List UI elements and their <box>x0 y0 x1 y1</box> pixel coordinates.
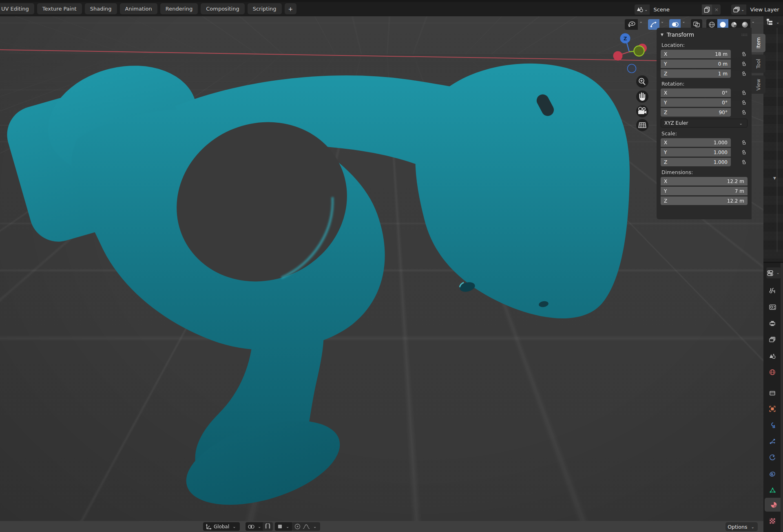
snap-toggle[interactable] <box>263 522 273 531</box>
properties-tab-object[interactable] <box>765 402 780 416</box>
zoom-button[interactable] <box>636 75 648 88</box>
svg-text:Z: Z <box>624 36 627 42</box>
sidebar-tab-item[interactable]: Item <box>752 34 765 52</box>
material-icon <box>770 501 777 508</box>
view-layer-name: View Layer <box>750 7 779 13</box>
axis-value: 0 m <box>718 61 728 67</box>
workspace-tab-compositing[interactable]: Compositing <box>201 3 245 14</box>
workspace-tab-uv-editing[interactable]: UV Editing <box>0 3 34 14</box>
chevron-down-icon: ⌄ <box>257 524 262 529</box>
rotation-mode-dropdown[interactable]: XYZ Euler ⌄ <box>661 119 748 128</box>
perspective-toggle-button[interactable] <box>636 119 648 131</box>
properties-tab-modifiers[interactable] <box>765 418 780 432</box>
properties-tab-texture[interactable] <box>765 514 780 528</box>
properties-tab-scene[interactable] <box>765 349 780 363</box>
view-layer-name-field[interactable]: View Layer <box>746 4 783 15</box>
lock-location-z-button[interactable] <box>740 71 748 77</box>
transform-panel-header[interactable]: ▼ Transform ∷∷ <box>661 30 748 39</box>
view-layer-browse-button[interactable]: ⌄ <box>731 4 746 15</box>
lock-location-y-button[interactable] <box>740 61 748 67</box>
sidebar-tab-view[interactable]: View <box>752 75 765 94</box>
view-layer-icon <box>733 7 740 13</box>
axis-label: Z <box>664 71 672 77</box>
render-icon <box>769 304 776 310</box>
dimensions-x-row: X 12.2 m <box>661 177 748 185</box>
scale-z-field[interactable]: Z 1.000 <box>661 158 731 166</box>
workspace-tab-shading[interactable]: Shading <box>85 3 117 14</box>
properties-tab-constraints[interactable] <box>765 467 780 481</box>
scale-x-field[interactable]: X 1.000 <box>661 138 731 147</box>
lock-rotation-x-button[interactable] <box>740 90 748 96</box>
new-scene-button[interactable] <box>702 4 712 15</box>
dimensions-z-field[interactable]: Z 12.2 m <box>661 196 748 205</box>
scene-browse-button[interactable]: ⌄ <box>635 4 650 15</box>
rotation-label: Rotation: <box>661 81 748 87</box>
location-x-field[interactable]: X 18 m <box>661 50 731 58</box>
location-y-field[interactable]: Y 0 m <box>661 60 731 68</box>
rotation-y-field[interactable]: Y 0° <box>661 98 731 107</box>
chevron-down-icon: ⌄ <box>285 524 290 529</box>
workspace-tabs: UV Editing Texture Paint Shading Animati… <box>0 3 296 14</box>
pivot-point-dropdown[interactable]: ⌄ <box>246 522 265 531</box>
lock-location-x-button[interactable] <box>740 51 748 57</box>
scale-x-row: X 1.000 <box>661 138 748 147</box>
axis-label: Z <box>664 110 672 115</box>
proportional-editing-toggle[interactable]: ⌄ <box>292 522 320 531</box>
lock-rotation-y-button[interactable] <box>740 100 748 106</box>
axis-value: 7 m <box>735 188 744 194</box>
options-button[interactable]: Options ⌄ <box>725 522 758 531</box>
properties-tab-object-data[interactable] <box>765 483 780 497</box>
drag-handle-icon[interactable]: ∷∷ <box>741 33 748 37</box>
properties-tab-collection[interactable] <box>765 386 780 400</box>
axis-label: Y <box>664 150 672 155</box>
lock-rotation-z-button[interactable] <box>740 110 748 115</box>
orientation-gizmo[interactable]: Z <box>613 33 647 73</box>
pan-button[interactable] <box>636 91 648 103</box>
properties-tab-view-layer[interactable] <box>765 333 780 347</box>
workspace-tab-animation[interactable]: Animation <box>120 3 157 14</box>
transform-orientation-dropdown[interactable]: Global ⌄ <box>203 522 240 531</box>
properties-tab-material[interactable] <box>765 498 783 512</box>
sidebar-tab-tool[interactable]: Tool <box>752 55 765 73</box>
scene-tab-icon <box>769 353 776 359</box>
snap-settings-dropdown[interactable]: ⌄ <box>275 522 293 531</box>
dimensions-y-row: Y 7 m <box>661 187 748 195</box>
camera-view-button[interactable] <box>636 105 648 117</box>
workspace-tab-rendering[interactable]: Rendering <box>160 3 198 14</box>
collapse-triangle-icon[interactable]: ▼ <box>661 33 664 37</box>
lock-scale-x-button[interactable] <box>740 140 748 146</box>
outliner-editor[interactable]: ⌄ ▼ <box>763 16 783 263</box>
properties-tab-render[interactable] <box>765 300 780 314</box>
location-z-field[interactable]: Z 1 m <box>661 69 731 78</box>
rotation-z-field[interactable]: Z 90° <box>661 108 731 117</box>
lock-scale-z-button[interactable] <box>740 159 748 165</box>
add-workspace-button[interactable]: + <box>285 3 297 14</box>
workspace-tab-texture-paint[interactable]: Texture Paint <box>37 3 82 14</box>
lock-scale-y-button[interactable] <box>740 150 748 155</box>
properties-tab-world[interactable] <box>765 365 780 379</box>
outliner-editor-type-button[interactable]: ⌄ <box>766 18 781 26</box>
dimensions-label: Dimensions: <box>661 169 748 175</box>
properties-tab-output[interactable] <box>765 316 780 330</box>
dimensions-x-field[interactable]: X 12.2 m <box>661 177 748 185</box>
outliner-collapse-triangle[interactable]: ▼ <box>773 176 776 180</box>
rotation-y-row: Y 0° <box>661 98 748 107</box>
axis-label: X <box>664 140 672 146</box>
properties-tab-tool[interactable] <box>765 284 780 298</box>
properties-icon <box>767 270 775 276</box>
scene-name: Scene <box>653 7 670 13</box>
axis-label: Y <box>664 100 672 106</box>
workspace-tab-scripting[interactable]: Scripting <box>248 3 282 14</box>
properties-editor-type-button[interactable]: ⌄ <box>766 267 781 278</box>
dimensions-y-field[interactable]: Y 7 m <box>661 187 748 195</box>
rotation-x-field[interactable]: X 0° <box>661 88 731 97</box>
scene-icon <box>637 7 644 13</box>
scale-y-field[interactable]: Y 1.000 <box>661 148 731 157</box>
rotation-z-row: Z 90° <box>661 108 748 117</box>
snap-increment-icon <box>277 524 283 529</box>
unlink-scene-button[interactable]: × <box>712 4 721 15</box>
scene-name-field[interactable]: Scene <box>650 4 702 15</box>
properties-tab-particles[interactable] <box>765 435 780 448</box>
properties-editor[interactable]: ⌄ <box>763 263 783 532</box>
properties-tab-physics[interactable] <box>765 451 780 465</box>
